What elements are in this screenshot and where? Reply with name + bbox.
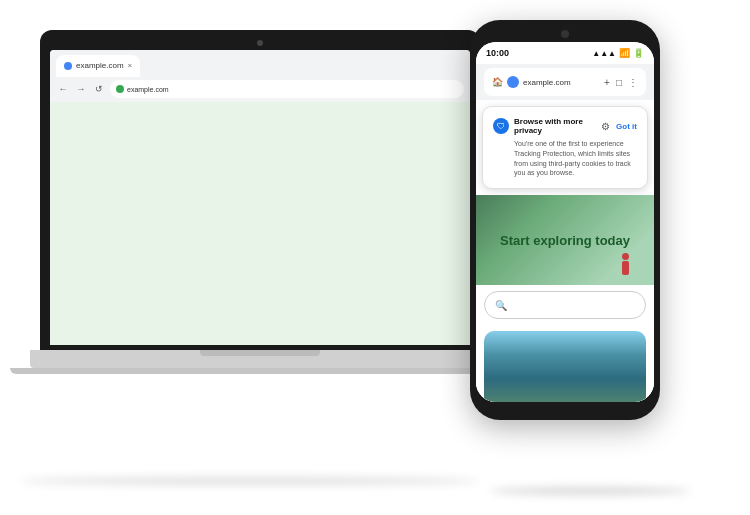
phone-settings-icon[interactable]: ⚙ — [601, 121, 610, 132]
browser-chrome: example.com × ← → ↺ example.com — [50, 50, 470, 102]
status-icons: ▲▲▲ 📶 🔋 — [592, 48, 644, 58]
browser-tab[interactable]: example.com × — [56, 55, 140, 77]
battery-icon: 🔋 — [633, 48, 644, 58]
address-url: example.com — [127, 86, 169, 93]
phone-screen: 10:00 ▲▲▲ 📶 🔋 🏠 example.com + □ ⋮ — [476, 42, 654, 402]
phone-shield-icon: 🛡 — [493, 118, 509, 134]
tab-label: example.com — [76, 61, 124, 70]
phone-popup-title: Browse with more privacy — [514, 117, 596, 135]
address-bar[interactable]: example.com — [110, 80, 464, 98]
tab-favicon-icon — [64, 62, 72, 70]
phone-url: example.com — [523, 78, 600, 87]
back-button[interactable]: ← — [56, 82, 70, 96]
phone-figure-head — [622, 253, 629, 260]
laptop-camera — [257, 40, 263, 46]
phone-popup-body: You're one of the first to experience Tr… — [493, 139, 637, 178]
phone-hero: Start exploring today — [476, 195, 654, 285]
phone-search-container: 🔍 — [476, 285, 654, 325]
phone-shadow — [490, 487, 690, 495]
home-icon: 🏠 — [492, 77, 503, 87]
phone-status-bar: 10:00 ▲▲▲ 📶 🔋 — [476, 42, 654, 64]
laptop-shadow — [20, 477, 480, 485]
phone-search-bar[interactable]: 🔍 — [484, 291, 646, 319]
phone: 10:00 ▲▲▲ 📶 🔋 🏠 example.com + □ ⋮ — [470, 20, 660, 420]
phone-address-bar[interactable]: 🏠 example.com + □ ⋮ — [484, 68, 646, 96]
new-tab-button[interactable]: + — [604, 77, 610, 88]
browser-tabs: example.com × — [56, 54, 464, 77]
phone-hero-figure — [622, 253, 629, 275]
forward-button[interactable]: → — [74, 82, 88, 96]
phone-search-icon: 🔍 — [495, 300, 507, 311]
secure-icon — [116, 85, 124, 93]
privacy-popup-phone: 🛡 Browse with more privacy ⚙ Got it You'… — [482, 106, 648, 189]
laptop: example.com × ← → ↺ example.com — [40, 30, 480, 450]
phone-hero-text: Start exploring today — [500, 233, 630, 248]
browser-toolbar: ← → ↺ example.com — [56, 77, 464, 102]
phone-popup-header: 🛡 Browse with more privacy ⚙ Got it — [493, 117, 637, 135]
laptop-screen-outer: example.com × ← → ↺ example.com — [40, 30, 480, 350]
phone-nav-icons: + □ ⋮ — [604, 77, 638, 88]
laptop-screen: example.com × ← → ↺ example.com — [50, 50, 470, 345]
phone-figure-body — [622, 261, 629, 275]
signal-icon: ▲▲▲ — [592, 49, 616, 58]
laptop-foot — [10, 368, 510, 374]
wifi-icon: 📶 — [619, 48, 630, 58]
phone-popup-actions: ⚙ Got it — [601, 121, 637, 132]
phone-card-waterfall[interactable]: Hiking in Nicaragua › — [484, 331, 646, 402]
phone-camera — [561, 30, 569, 38]
phone-favicon-icon — [507, 76, 519, 88]
scene: example.com × ← → ↺ example.com — [0, 0, 750, 515]
refresh-button[interactable]: ↺ — [92, 82, 106, 96]
phone-got-it-button[interactable]: Got it — [616, 122, 637, 131]
status-time: 10:00 — [486, 48, 509, 58]
menu-button[interactable]: ⋮ — [628, 77, 638, 88]
laptop-base — [30, 350, 490, 368]
tabs-button[interactable]: □ — [616, 77, 622, 88]
phone-content: Hiking in Nicaragua › — [476, 325, 654, 402]
phone-page: 🛡 Browse with more privacy ⚙ Got it You'… — [476, 100, 654, 402]
tab-close-icon[interactable]: × — [128, 61, 133, 70]
waterfall-image — [484, 331, 646, 402]
phone-browser-chrome: 🏠 example.com + □ ⋮ — [476, 64, 654, 100]
